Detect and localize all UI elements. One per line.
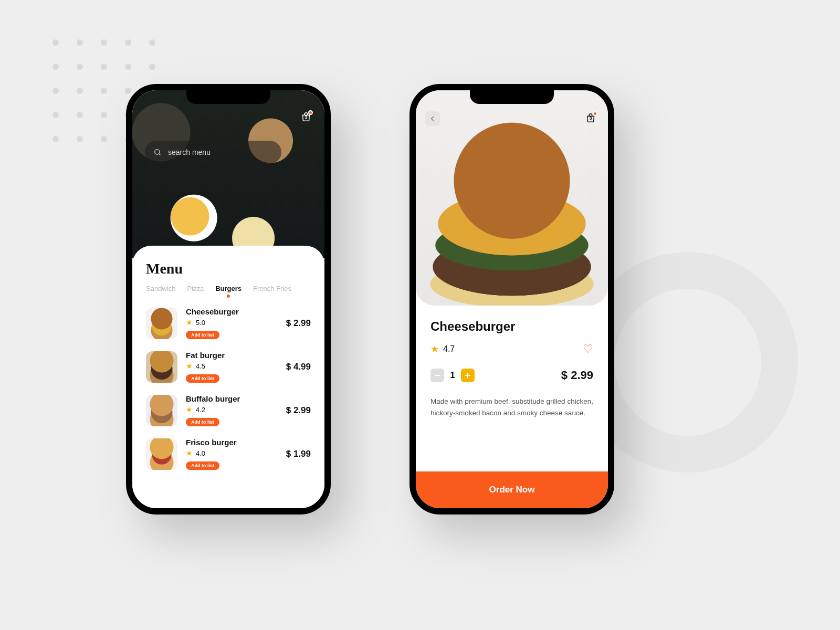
phone-detail: 3 Cheeseburger ★ 4.7 ♡ − 1 + $ 2.99 Made… xyxy=(410,84,614,514)
favorite-button[interactable]: ♡ xyxy=(583,342,593,356)
star-icon: ★ xyxy=(430,343,439,355)
tab-pizza[interactable]: Pizza xyxy=(187,285,204,298)
item-price: $ 2.99 xyxy=(286,405,311,416)
chevron-left-icon xyxy=(429,115,436,122)
search-icon xyxy=(153,148,162,156)
list-item[interactable]: Buffalo burger ★4.2 Add to list $ 2.99 xyxy=(146,394,311,426)
qty-increase-button[interactable]: + xyxy=(461,369,475,382)
item-thumb xyxy=(146,438,177,470)
item-meta: Fat burger ★4.5 Add to list xyxy=(186,351,278,383)
item-thumb xyxy=(146,308,177,339)
svg-point-0 xyxy=(155,150,160,154)
menu-title: Menu xyxy=(146,260,311,277)
order-now-button[interactable]: Order Now xyxy=(416,471,608,508)
cart-badge-dot xyxy=(593,111,597,116)
item-name: Frisco burger xyxy=(186,438,278,447)
item-thumb xyxy=(146,395,177,426)
item-rating: 4.2 xyxy=(196,406,205,414)
cart-button[interactable]: 3 xyxy=(298,109,314,125)
star-icon: ★ xyxy=(186,449,193,457)
item-price: $ 1.99 xyxy=(286,449,311,459)
cart-count: 3 xyxy=(298,114,314,120)
list-item[interactable]: Frisco burger ★4.0 Add to list $ 1.99 xyxy=(146,438,311,470)
item-rating: 5.0 xyxy=(196,319,205,327)
tab-french-fries[interactable]: French Fries xyxy=(253,285,291,298)
qty-decrease-button[interactable]: − xyxy=(430,369,444,382)
search-placeholder: search menu xyxy=(168,148,211,156)
item-price: $ 4.99 xyxy=(286,362,311,372)
add-to-list-button[interactable]: Add to list xyxy=(186,461,219,470)
tab-burgers[interactable]: Burgers xyxy=(215,285,242,298)
star-icon: ★ xyxy=(186,318,193,327)
list-item[interactable]: Fat burger ★4.5 Add to list $ 4.99 xyxy=(146,351,311,383)
detail-description: Made with premium beef, substitude grill… xyxy=(430,396,593,418)
item-name: Fat burger xyxy=(186,351,278,360)
phone-menu: 3 search menu Menu Sandwich Pizza Burger… xyxy=(126,84,331,514)
back-button[interactable] xyxy=(425,111,440,126)
item-meta: Buffalo burger ★4.2 Add to list xyxy=(186,394,278,426)
detail-title: Cheeseburger xyxy=(430,319,593,334)
add-to-list-button[interactable]: Add to list xyxy=(186,374,219,383)
cart-count: 3 xyxy=(583,116,598,121)
menu-hero-image: 3 search menu xyxy=(132,90,324,258)
menu-sheet: Menu Sandwich Pizza Burgers French Fries… xyxy=(132,246,324,508)
item-price: $ 2.99 xyxy=(286,318,311,329)
search-input[interactable]: search menu xyxy=(145,141,281,164)
item-name: Buffalo burger xyxy=(186,394,278,403)
detail-body: Cheeseburger ★ 4.7 ♡ − 1 + $ 2.99 Made w… xyxy=(416,306,608,418)
item-rating: 4.5 xyxy=(196,362,205,370)
detail-rating: ★ 4.7 xyxy=(430,343,455,355)
item-meta: Frisco burger ★4.0 Add to list xyxy=(186,438,278,470)
add-to-list-button[interactable]: Add to list xyxy=(186,418,219,426)
item-rating: 4.0 xyxy=(196,449,205,457)
cart-badge-dot xyxy=(308,110,313,115)
item-meta: Cheeseburger ★5.0 Add to list xyxy=(186,307,278,339)
detail-rating-value: 4.7 xyxy=(443,344,455,354)
item-thumb xyxy=(146,351,177,383)
quantity-stepper: − 1 + xyxy=(430,369,475,382)
cart-button[interactable]: 3 xyxy=(583,110,598,126)
menu-list: Cheeseburger ★5.0 Add to list $ 2.99 Fat… xyxy=(146,307,311,470)
add-to-list-button[interactable]: Add to list xyxy=(186,331,219,339)
detail-price: $ 2.99 xyxy=(561,369,593,382)
list-item[interactable]: Cheeseburger ★5.0 Add to list $ 2.99 xyxy=(146,307,311,339)
tab-sandwich[interactable]: Sandwich xyxy=(146,285,175,298)
star-icon: ★ xyxy=(186,405,193,414)
category-tabs: Sandwich Pizza Burgers French Fries xyxy=(146,285,311,298)
item-name: Cheeseburger xyxy=(186,307,278,316)
detail-hero-image: 3 xyxy=(416,90,608,306)
qty-value: 1 xyxy=(449,371,456,380)
star-icon: ★ xyxy=(186,362,193,370)
